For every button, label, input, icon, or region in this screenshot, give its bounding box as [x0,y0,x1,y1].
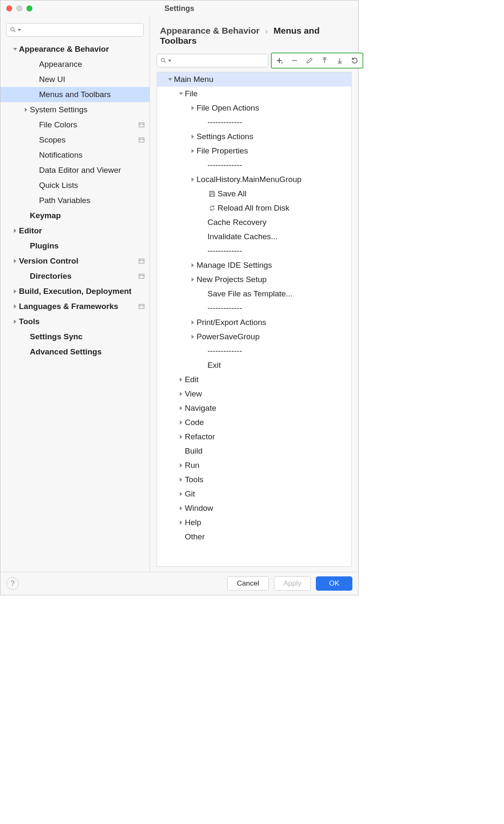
chevron-down-icon[interactable] [177,92,185,95]
restore-button[interactable] [347,53,362,68]
menu-tree-item[interactable]: Save File as Template... [157,287,351,301]
chevron-right-icon[interactable] [177,506,185,510]
menu-search-input[interactable] [174,56,265,65]
sidebar-item[interactable]: Build, Execution, Deployment [0,284,150,299]
maximize-window-icon[interactable] [26,5,32,11]
menu-tree-item[interactable]: File Properties [157,144,351,158]
chevron-right-icon[interactable] [177,406,185,410]
sidebar-search[interactable] [6,23,144,37]
search-icon [160,58,166,63]
chevron-right-icon[interactable] [22,108,30,112]
chevron-down-icon[interactable] [11,48,19,50]
menu-tree-item[interactable]: Invalidate Caches... [157,230,351,244]
sidebar-item[interactable]: Notifications [0,148,150,163]
help-button[interactable]: ? [6,577,19,590]
menu-tree-item[interactable]: Build [157,444,351,458]
chevron-right-icon[interactable] [177,463,185,467]
menu-tree-item[interactable]: Navigate [157,401,351,415]
sidebar-item[interactable]: Advanced Settings [0,344,150,359]
menu-tree-item[interactable]: Tools [157,473,351,487]
sidebar-item[interactable]: Directories [0,269,150,284]
breadcrumb-parent[interactable]: Appearance & Behavior [160,26,260,35]
minimize-window-icon[interactable] [16,5,22,11]
menu-tree-item[interactable]: Git [157,487,351,501]
chevron-right-icon[interactable] [177,420,185,425]
search-options-caret-icon[interactable] [18,29,21,31]
chevron-right-icon[interactable] [11,259,19,263]
menu-tree-item[interactable]: Main Menu [157,72,351,87]
menu-tree-item[interactable]: Code [157,415,351,430]
chevron-right-icon[interactable] [177,392,185,396]
menu-tree-item[interactable]: Help [157,515,351,530]
sidebar-item[interactable]: New UI [0,72,150,87]
menu-tree-item[interactable]: Exit [157,358,351,372]
sidebar-item-label: Scopes [39,135,136,145]
chevron-right-icon[interactable] [11,304,19,309]
chevron-right-icon[interactable] [177,520,185,525]
chevron-right-icon[interactable] [189,320,197,325]
chevron-right-icon[interactable] [189,335,197,339]
chevron-right-icon[interactable] [189,277,197,282]
menu-tree-item[interactable]: View [157,387,351,401]
menu-tree-item[interactable]: ------------- [157,301,351,315]
menu-tree-item[interactable]: File Open Actions [157,101,351,115]
sidebar-item[interactable]: Quick Lists [0,178,150,193]
sidebar-item[interactable]: Appearance & Behavior [0,42,150,57]
chevron-down-icon[interactable] [166,78,174,81]
sidebar-item[interactable]: Keymap [0,208,150,223]
chevron-right-icon[interactable] [177,378,185,382]
chevron-right-icon[interactable] [11,320,19,324]
chevron-right-icon[interactable] [11,229,19,233]
menu-tree-item[interactable]: Refactor [157,430,351,444]
menu-tree-item[interactable]: PowerSaveGroup [157,330,351,344]
menu-tree-item[interactable]: Cache Recovery [157,215,351,230]
search-options-caret-icon[interactable] [168,60,171,62]
menu-tree-item[interactable]: ------------- [157,115,351,129]
menu-tree-item[interactable]: File [157,87,351,101]
sidebar-item[interactable]: Data Editor and Viewer [0,163,150,178]
chevron-right-icon[interactable] [177,435,185,439]
chevron-right-icon[interactable] [177,478,185,482]
menu-tree-item[interactable]: Window [157,501,351,515]
close-window-icon[interactable] [6,5,12,11]
sidebar-item[interactable]: Version Control [0,254,150,269]
sidebar-item[interactable]: Path Variables [0,193,150,208]
sidebar-item[interactable]: Tools [0,314,150,329]
sidebar-item[interactable]: Appearance [0,57,150,72]
menu-tree-item[interactable]: ------------- [157,158,351,172]
chevron-right-icon[interactable] [189,263,197,267]
chevron-right-icon[interactable] [189,177,197,182]
menu-tree-item[interactable]: LocalHistory.MainMenuGroup [157,172,351,187]
menu-tree-item[interactable]: Other [157,530,351,544]
menu-tree-item[interactable]: Edit [157,372,351,387]
menu-tree-item[interactable]: ------------- [157,244,351,258]
sidebar-search-input[interactable] [24,25,140,34]
menu-search[interactable] [157,54,268,67]
menu-tree-item[interactable]: Save All [157,187,351,201]
search-icon [10,27,16,33]
sidebar-item[interactable]: Languages & Frameworks [0,299,150,314]
sidebar-item[interactable]: Menus and Toolbars [0,87,150,102]
sidebar-item[interactable]: Editor [0,223,150,238]
menu-tree-item[interactable]: Run [157,458,351,473]
add-button[interactable] [272,53,287,68]
menu-tree-item[interactable]: Print/Export Actions [157,315,351,330]
chevron-right-icon[interactable] [189,135,197,139]
menu-tree-item[interactable]: Reload All from Disk [157,201,351,215]
sidebar-item[interactable]: System Settings [0,102,150,117]
sidebar-item[interactable]: Scopes [0,132,150,148]
apply-button[interactable]: Apply [274,576,311,591]
menu-tree-item[interactable]: New Projects Setup [157,272,351,287]
ok-button[interactable]: OK [316,576,352,591]
chevron-right-icon[interactable] [177,492,185,496]
sidebar-item[interactable]: Plugins [0,238,150,254]
cancel-button[interactable]: Cancel [227,576,269,591]
menu-tree-item[interactable]: Manage IDE Settings [157,258,351,272]
chevron-right-icon[interactable] [11,289,19,293]
menu-tree-item[interactable]: Settings Actions [157,129,351,144]
chevron-right-icon[interactable] [189,149,197,153]
sidebar-item[interactable]: File Colors [0,117,150,132]
chevron-right-icon[interactable] [189,106,197,110]
sidebar-item[interactable]: Settings Sync [0,329,150,344]
menu-tree-item[interactable]: ------------- [157,344,351,358]
